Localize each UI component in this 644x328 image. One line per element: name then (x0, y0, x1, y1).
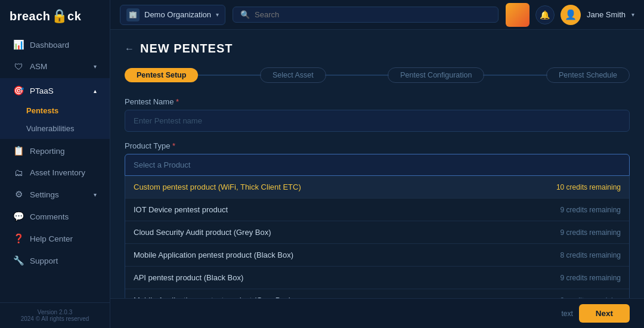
version-text: Version 2.0.3 (10, 309, 100, 315)
sidebar-nav: 📊 Dashboard 🛡 ASM ▾ 🎯 PTaaS ▴ Pentests V… (0, 30, 110, 302)
dropdown-list: Custom pentest product (WiFi, Thick Clie… (125, 176, 630, 298)
step-line-2 (325, 75, 389, 76)
logo-icon: 🔒 (51, 8, 68, 23)
dashboard-icon: 📊 (13, 39, 24, 50)
dropdown-trigger[interactable]: Select a Product (125, 154, 630, 176)
product-credits: 9 credits remaining (561, 274, 621, 282)
product-option-cloud[interactable]: Cloud Security Audit product (Grey Box) … (125, 221, 629, 244)
search-icon: 🔍 (240, 10, 250, 19)
copyright-text: 2024 © All rights reserved (10, 315, 100, 322)
asset-inventory-icon: 🗂 (13, 168, 24, 178)
org-chevron-icon: ▾ (216, 11, 219, 18)
next-button[interactable]: Next (579, 304, 630, 323)
product-type-dropdown: Select a Product Custom pentest product … (125, 154, 630, 298)
page-header: ← NEW PENTEST (125, 42, 630, 55)
product-option-mobile-grey[interactable]: Mobile Application pentest product (Grey… (125, 289, 629, 298)
user-chevron-icon[interactable]: ▾ (631, 11, 634, 18)
step-line-1 (197, 75, 261, 76)
product-name: Mobile Application pentest product (Blac… (134, 250, 293, 259)
chevron-down-icon: ▾ (94, 191, 97, 198)
logo-area: breach🔒ck (0, 0, 110, 30)
product-credits: 9 credits remaining (561, 228, 621, 237)
stepper: Pentest Setup Select Asset Pentest Confi… (125, 67, 630, 83)
step-select-asset[interactable]: Select Asset (260, 67, 326, 83)
step-pentest-setup[interactable]: Pentest Setup (125, 68, 198, 82)
sidebar-item-label: Dashboard (30, 41, 69, 49)
sidebar-item-asset-inventory[interactable]: 🗂 Asset Inventory (4, 162, 106, 183)
ptaas-icon: 🎯 (13, 85, 24, 96)
sidebar-item-label: ASM (30, 62, 47, 71)
avatar: 👤 (561, 5, 581, 25)
content-area: ← NEW PENTEST Pentest Setup Select Asset… (110, 30, 644, 298)
logo-text: breach🔒ck (10, 8, 81, 24)
chevron-up-icon: ▴ (94, 88, 97, 94)
sidebar-item-label: Comments (30, 212, 69, 221)
sidebar-item-label: Support (30, 256, 58, 265)
sidebar-item-vulnerabilities[interactable]: Vulnerabilities (21, 120, 106, 137)
product-name: Mobile Application pentest product (Grey… (134, 296, 291, 298)
thumbnail-image (506, 3, 530, 27)
search-input[interactable] (255, 10, 491, 19)
footer-bar: text Next (110, 298, 644, 328)
search-bar[interactable]: 🔍 (233, 7, 499, 23)
support-icon: 🔧 (13, 255, 24, 266)
sidebar-footer: Version 2.0.3 2024 © All rights reserved (0, 302, 110, 328)
step-label: Pentest Configuration (388, 67, 484, 83)
product-name: Custom pentest product (WiFi, Thick Clie… (134, 182, 301, 191)
sidebar-item-comments[interactable]: 💬 Comments (4, 206, 106, 227)
product-credits: 8 credits remaining (561, 296, 621, 299)
settings-icon: ⚙ (13, 189, 24, 200)
product-name: IOT Device pentest product (134, 205, 228, 214)
sidebar-item-ptaas[interactable]: 🎯 PTaaS ▴ (4, 80, 106, 101)
pentest-name-label: Pentest Name * (125, 97, 630, 106)
sidebar-item-help[interactable]: ❓ Help Center (4, 228, 106, 249)
product-type-section: Product Type * Select a Product Custom p… (125, 141, 630, 298)
pentest-name-section: Pentest Name * (125, 97, 630, 132)
product-credits: 10 credits remaining (556, 183, 621, 191)
step-pentest-config[interactable]: Pentest Configuration (388, 67, 484, 83)
product-name: API pentest product (Black Box) (134, 273, 243, 282)
footer-text: text (561, 310, 572, 318)
comments-icon: 💬 (13, 211, 24, 222)
main-panel: 🏢 Demo Organization ▾ 🔍 🔔 👤 Jane Smith ▾… (110, 0, 644, 328)
sidebar-item-label: Help Center (30, 234, 73, 243)
product-option-mobile-black[interactable]: Mobile Application pentest product (Blac… (125, 244, 629, 267)
sidebar-item-reporting[interactable]: 📋 Reporting (4, 140, 106, 162)
notification-button[interactable]: 🔔 (535, 5, 555, 24)
product-name: Cloud Security Audit product (Grey Box) (134, 228, 271, 237)
step-pentest-schedule[interactable]: Pentest Schedule (546, 67, 630, 83)
org-name: Demo Organization (144, 10, 211, 19)
sidebar-item-label: Asset Inventory (30, 168, 85, 177)
sidebar-item-label: PTaaS (30, 86, 54, 95)
pentests-label: Pentests (26, 106, 58, 115)
sidebar-item-asm[interactable]: 🛡 ASM ▾ (4, 56, 106, 77)
sidebar-item-label: Reporting (30, 147, 65, 156)
sidebar-item-dashboard[interactable]: 📊 Dashboard (4, 34, 106, 55)
ptaas-section: 🎯 PTaaS ▴ Pentests Vulnerabilities (0, 78, 110, 139)
ptaas-sub-nav: Pentests Vulnerabilities (0, 102, 110, 137)
product-credits: 9 credits remaining (561, 206, 621, 214)
product-option-api-black[interactable]: API pentest product (Black Box) 9 credit… (125, 267, 629, 289)
chevron-down-icon: ▾ (94, 63, 97, 70)
sidebar: breach🔒ck 📊 Dashboard 🛡 ASM ▾ 🎯 PTaaS ▴ … (0, 0, 110, 328)
product-credits: 8 credits remaining (561, 251, 621, 259)
reporting-icon: 📋 (13, 146, 24, 156)
sidebar-item-settings[interactable]: ⚙ Settings ▾ (4, 184, 106, 205)
back-button[interactable]: ← (125, 44, 134, 54)
step-label: Pentest Setup (125, 68, 198, 82)
product-option-iot[interactable]: IOT Device pentest product 9 credits rem… (125, 199, 629, 221)
product-option-custom[interactable]: Custom pentest product (WiFi, Thick Clie… (125, 176, 629, 199)
pentest-name-input[interactable] (125, 110, 630, 132)
org-selector[interactable]: 🏢 Demo Organization ▾ (120, 5, 225, 25)
sidebar-item-label: Settings (30, 190, 59, 199)
step-label: Pentest Schedule (546, 67, 630, 83)
sidebar-item-pentests[interactable]: Pentests (21, 102, 106, 119)
sidebar-item-support[interactable]: 🔧 Support (4, 250, 106, 271)
product-type-label: Product Type * (125, 141, 630, 150)
topbar: 🏢 Demo Organization ▾ 🔍 🔔 👤 Jane Smith ▾ (110, 0, 644, 30)
user-name: Jane Smith (587, 10, 626, 19)
vulnerabilities-label: Vulnerabilities (26, 124, 74, 133)
topbar-right: 🔔 👤 Jane Smith ▾ (506, 3, 634, 27)
dropdown-placeholder: Select a Product (134, 160, 190, 169)
asm-icon: 🛡 (13, 61, 24, 72)
